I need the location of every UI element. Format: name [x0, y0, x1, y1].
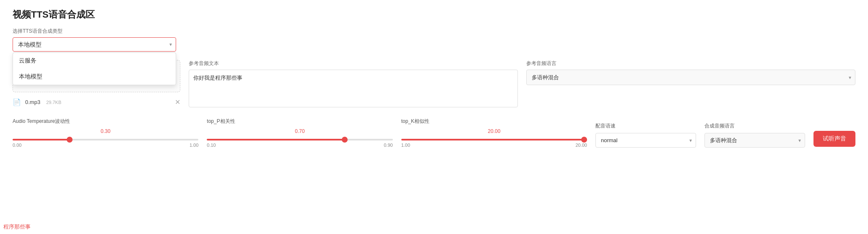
top-p-value: 0.70	[207, 128, 392, 134]
tts-type-dropdown: 云服务 本地模型	[13, 52, 176, 85]
ref-audio-text-col: 参考音频文本 你好我是程序那些事	[189, 60, 518, 109]
top-k-value: 20.00	[401, 128, 587, 134]
top-k-min: 1.00	[401, 143, 410, 148]
file-name: 0.mp3	[25, 99, 40, 105]
sliders-row: Audio Temperature波动性 0.30 0.00 1.00 top_…	[13, 118, 855, 148]
speed-group: 配音语速 normal slow fast ▾	[595, 122, 704, 148]
ref-audio-text-label: 参考音频文本	[189, 60, 518, 67]
ref-audio-lang-col: 参考音频语言 多语种混合 中文 英文 日文 ▾	[526, 60, 855, 109]
audio-temp-label: Audio Temperature波动性	[13, 118, 198, 125]
audio-temp-max: 1.00	[190, 143, 198, 148]
synth-lang-group: 合成音频语言 多语种混合 中文 英文 日文 ▾	[704, 122, 813, 148]
preview-button[interactable]: 试听声音	[813, 131, 855, 147]
audio-temp-min: 0.00	[13, 143, 21, 148]
synth-lang-label: 合成音频语言	[704, 122, 805, 130]
audio-temp-value: 0.30	[13, 128, 198, 134]
tts-type-select-wrapper: 云服务 本地模型 ▾ 云服务 本地模型	[13, 37, 176, 52]
speed-select[interactable]: normal slow fast	[595, 133, 696, 148]
top-p-label: top_P相关性	[207, 118, 392, 125]
tts-type-select[interactable]: 云服务 本地模型	[13, 37, 176, 52]
ref-audio-lang-label: 参考音频语言	[526, 60, 855, 67]
top-k-slider[interactable]	[401, 139, 587, 140]
audio-temp-group: Audio Temperature波动性 0.30 0.00 1.00	[13, 118, 207, 148]
watermark: 程序那些事	[3, 223, 31, 231]
file-item: 📄 0.mp3 29.7KB ✕	[13, 96, 180, 108]
top-p-slider[interactable]	[207, 139, 392, 140]
file-remove-icon[interactable]: ✕	[175, 99, 180, 106]
section-title: 视频TTS语音合成区	[13, 8, 855, 21]
audio-temp-slider[interactable]	[13, 139, 198, 140]
ref-audio-text-input[interactable]: 你好我是程序那些事	[189, 70, 518, 107]
top-p-max: 0.90	[384, 143, 392, 148]
top-k-group: top_K相似性 20.00 1.00 20.00	[401, 118, 595, 148]
speed-label: 配音语速	[595, 122, 696, 130]
dropdown-item-local[interactable]: 本地模型	[13, 69, 176, 85]
top-p-min: 0.10	[207, 143, 216, 148]
top-k-max: 20.00	[575, 143, 587, 148]
synth-lang-select-wrapper: 多语种混合 中文 英文 日文 ▾	[704, 133, 805, 148]
tts-type-label: 选择TTS语音合成类型	[13, 28, 855, 35]
synth-lang-select[interactable]: 多语种混合 中文 英文 日文	[704, 133, 805, 148]
file-doc-icon: 📄	[13, 98, 21, 106]
speed-select-wrapper: normal slow fast ▾	[595, 133, 696, 148]
top-p-group: top_P相关性 0.70 0.10 0.90	[207, 118, 401, 148]
page-container: 视频TTS语音合成区 选择TTS语音合成类型 云服务 本地模型 ▾ 云服务 本地…	[0, 0, 868, 234]
file-size: 29.7KB	[46, 100, 61, 105]
dropdown-item-cloud[interactable]: 云服务	[13, 53, 176, 69]
ref-audio-lang-select-wrapper: 多语种混合 中文 英文 日文 ▾	[526, 70, 855, 85]
top-k-label: top_K相似性	[401, 118, 587, 125]
ref-audio-lang-select[interactable]: 多语种混合 中文 英文 日文	[526, 70, 855, 85]
